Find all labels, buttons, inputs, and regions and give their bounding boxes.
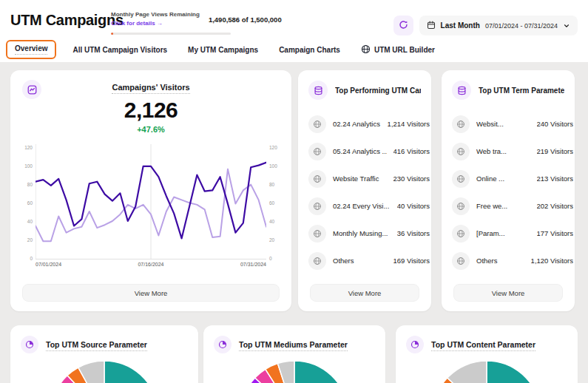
view-more-button[interactable]: View More (453, 284, 563, 302)
view-more-button[interactable]: View More (310, 284, 419, 302)
top-performing-campaigns-card: Top Performing UTM Camp... 02.24 Analyti… (298, 70, 431, 311)
item-visitors: 40 Visitors (397, 202, 430, 210)
card-title: Top UTM Term Parameter (479, 87, 564, 95)
visitors-change-badge: +47.6% (10, 125, 291, 134)
globe-icon (452, 170, 470, 188)
top-utm-mediums-card: Top UTM Mediums Parameter (203, 325, 385, 383)
item-visitors: 36 Visitors (397, 229, 430, 237)
item-name: 05.24 Analytics ... (333, 147, 387, 155)
item-visitors: 177 Visitors (537, 229, 573, 237)
item-visitors: 213 Visitors (537, 174, 573, 183)
globe-icon (308, 115, 326, 133)
tab-label: My UTM Campaigns (188, 46, 258, 54)
line-plot (36, 144, 266, 260)
list-item[interactable]: Online ...213 Visitors (442, 165, 575, 192)
content-donut-chart (431, 359, 542, 383)
top-utm-source-card: Top UTM Source Parameter (10, 325, 198, 383)
source-donut-chart (49, 359, 160, 383)
item-visitors: 1,214 Visitors (388, 120, 430, 128)
list-item[interactable]: Websit...240 Visitors (442, 110, 575, 138)
globe-icon (308, 170, 326, 188)
card-title: Top UTM Source Parameter (46, 340, 147, 349)
globe-icon (452, 197, 470, 215)
list-item[interactable]: 02.24 Analytics ...1,214 Visitors (298, 110, 431, 138)
globe-icon (452, 225, 470, 243)
pie-chart-icon (406, 336, 424, 353)
item-visitors: 240 Visitors (537, 120, 573, 128)
top-bar: UTM Campaigns Monthly Page Views Remaini… (0, 0, 588, 62)
card-title: Top UTM Content Parameter (431, 340, 535, 349)
item-visitors: 416 Visitors (393, 147, 430, 155)
list-item[interactable]: Monthly Musing...36 Visitors (298, 220, 431, 247)
item-visitors: 202 Visitors (537, 202, 573, 210)
view-more-button[interactable]: View More (22, 284, 280, 302)
tab-bar: Overview All UTM Campaign Visitors My UT… (6, 39, 435, 60)
item-name: Free we... (476, 202, 530, 210)
tab-label: Overview (15, 44, 47, 55)
visitors-line-chart: 120100806040200 120100806040200 (18, 144, 284, 260)
item-name: Website Traffic (333, 174, 387, 183)
date-range-picker[interactable]: Last Month 07/01/2024 - 07/31/2024 (419, 16, 578, 35)
tab-label: All UTM Campaign Visitors (72, 46, 167, 54)
campaigns-list: 02.24 Analytics ...1,214 Visitors05.24 A… (298, 110, 431, 274)
refresh-icon (399, 20, 408, 32)
list-item[interactable]: [Param...177 Visitors (442, 220, 575, 247)
item-visitors: 1,120 Visitors (531, 257, 573, 265)
item-name: Web tra... (476, 147, 530, 155)
terms-list: Websit...240 VisitorsWeb tra...219 Visit… (442, 110, 575, 274)
item-name: Websit... (476, 120, 530, 128)
item-name: Monthly Musing... (333, 229, 391, 237)
list-item[interactable]: Free we...202 Visitors (442, 192, 575, 220)
top-utm-content-card: Top UTM Content Parameter (396, 325, 578, 383)
item-visitors: 230 Visitors (393, 174, 430, 183)
list-item[interactable]: Web tra...219 Visitors (442, 138, 575, 165)
list-item[interactable]: 02.24 Every Visi...40 Visitors (298, 192, 431, 220)
item-name: Online ... (476, 174, 530, 183)
tab-utm-url-builder[interactable]: UTM URL Builder (361, 44, 435, 55)
list-item[interactable]: Others1,120 Visitors (442, 247, 575, 274)
chevron-down-icon (563, 19, 570, 33)
refresh-button[interactable] (393, 16, 413, 35)
card-title: Top UTM Mediums Parameter (239, 340, 348, 349)
top-utm-term-card: Top UTM Term Parameter Websit...240 Visi… (442, 70, 575, 311)
globe-icon (308, 252, 326, 270)
tab-label: Campaign Charts (279, 46, 340, 54)
globe-icon (452, 115, 470, 133)
item-name: 02.24 Every Visi... (333, 202, 391, 210)
tab-campaign-charts[interactable]: Campaign Charts (279, 46, 340, 54)
usage-summary: Monthly Page Views Remaining Click for d… (111, 11, 282, 27)
database-icon (308, 81, 328, 100)
card-title: Top Performing UTM Camp... (335, 87, 421, 95)
globe-icon (452, 143, 470, 160)
x-axis-labels: 07/01/202407/16/202407/31/2024 (36, 262, 266, 267)
tab-all-utm-campaign-visitors[interactable]: All UTM Campaign Visitors (72, 46, 167, 54)
item-name: Others (476, 257, 524, 265)
list-item[interactable]: 05.24 Analytics ...416 Visitors (298, 138, 431, 165)
globe-icon (308, 225, 326, 243)
y-axis-right: 120100806040200 (266, 144, 284, 260)
date-preset-label: Last Month (441, 21, 480, 30)
item-visitors: 169 Visitors (393, 257, 430, 265)
page-title: UTM Campaigns (10, 12, 124, 29)
tab-label: UTM URL Builder (374, 46, 435, 54)
dashboard-content: Campaigns' Visitors 2,126 +47.6% 1201008… (0, 62, 588, 383)
globe-icon (361, 44, 371, 55)
tab-overview[interactable]: Overview (6, 40, 56, 59)
calendar-icon (427, 19, 436, 33)
visitors-total: 2,126 (10, 98, 291, 123)
card-title: Campaigns' Visitors (10, 83, 291, 92)
usage-value: 1,490,586 of 1,500,000 (209, 16, 282, 24)
item-name: [Param... (476, 229, 530, 237)
globe-icon (452, 252, 470, 270)
item-visitors: 219 Visitors (537, 147, 573, 155)
list-item[interactable]: Website Traffic230 Visitors (298, 165, 431, 192)
tab-my-utm-campaigns[interactable]: My UTM Campaigns (188, 46, 258, 54)
mediums-donut-chart (239, 359, 350, 383)
campaigns-visitors-card: Campaigns' Visitors 2,126 +47.6% 1201008… (10, 70, 291, 311)
item-name: 02.24 Analytics ... (333, 120, 381, 128)
usage-details-link[interactable]: Click for details → (111, 20, 200, 27)
pie-chart-icon (21, 336, 38, 353)
globe-icon (308, 197, 326, 215)
list-item[interactable]: Others169 Visitors (298, 247, 431, 274)
usage-label: Monthly Page Views Remaining (111, 11, 200, 18)
